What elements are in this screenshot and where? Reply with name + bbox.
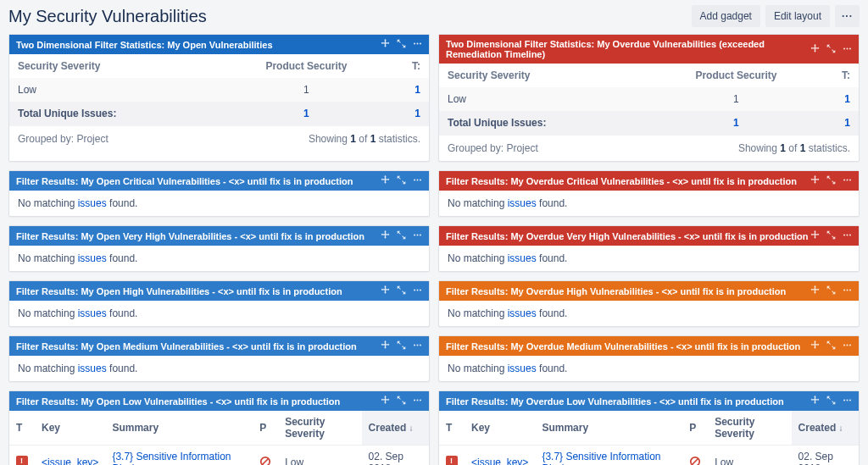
move-icon[interactable] xyxy=(381,175,390,186)
col-created[interactable]: Created ↓ xyxy=(362,411,429,446)
no-results: No matching issues found. xyxy=(439,191,859,216)
expand-icon[interactable] xyxy=(826,230,836,241)
gadget-menu-icon[interactable] xyxy=(413,285,422,296)
sort-desc-icon: ↓ xyxy=(409,423,414,433)
issues-link[interactable]: issues xyxy=(508,363,537,374)
move-icon[interactable] xyxy=(381,340,390,352)
col-priority[interactable]: P xyxy=(682,411,708,446)
col-priority[interactable]: P xyxy=(253,411,278,446)
issues-link[interactable]: issues xyxy=(78,252,107,264)
expand-icon[interactable] xyxy=(826,44,836,55)
issues-table: T Key Summary P Security Severity Create… xyxy=(439,411,859,465)
move-icon[interactable] xyxy=(381,39,390,50)
gadget-menu-icon[interactable] xyxy=(843,230,852,241)
more-actions-button[interactable]: ··· xyxy=(835,5,860,27)
gadget-title: Filter Results: My Open Medium Vulnerabi… xyxy=(16,341,357,352)
severity-value: Low xyxy=(278,446,361,466)
col-prodsec: Product Security xyxy=(648,64,825,87)
table-row[interactable]: <issue_key> {3.7} Sensitive Information … xyxy=(439,446,859,466)
expand-icon[interactable] xyxy=(397,285,406,296)
issues-link[interactable]: issues xyxy=(508,197,537,209)
no-results: No matching issues found. xyxy=(439,301,859,326)
issues-link[interactable]: issues xyxy=(78,363,107,374)
page-title: My Security Vulnerabilities xyxy=(8,7,207,26)
gadget-menu-icon[interactable] xyxy=(413,175,422,186)
issues-link[interactable]: issues xyxy=(78,307,107,319)
col-t: T: xyxy=(395,54,429,78)
gadget-open-low: Filter Results: My Open Low Vulnerabilit… xyxy=(8,390,430,465)
gadget-menu-icon[interactable] xyxy=(843,175,852,186)
col-sev: Security Severity xyxy=(439,64,648,87)
expand-icon[interactable] xyxy=(397,396,406,407)
expand-icon[interactable] xyxy=(397,340,406,352)
col-created[interactable]: Created ↓ xyxy=(792,411,859,446)
move-icon[interactable] xyxy=(810,340,820,352)
gadget-menu-icon[interactable] xyxy=(843,285,852,296)
created-value: 02. Sep 2018 xyxy=(792,446,859,466)
gadget-title: Filter Results: My Overdue Critical Vuln… xyxy=(446,176,797,186)
no-results: No matching issues found. xyxy=(9,246,429,271)
issue-key-link[interactable]: <issue_key> xyxy=(42,457,98,465)
move-icon[interactable] xyxy=(381,230,390,241)
gadget-open-medium: Filter Results: My Open Medium Vulnerabi… xyxy=(8,335,430,382)
issues-table: T Key Summary P Security Severity Create… xyxy=(9,411,429,465)
no-results: No matching issues found. xyxy=(9,301,429,326)
expand-icon[interactable] xyxy=(826,396,836,407)
expand-icon[interactable] xyxy=(826,340,836,352)
gadget-title: Filter Results: My Overdue Medium Vulner… xyxy=(446,341,800,352)
col-sev[interactable]: Security Severity xyxy=(708,411,791,446)
col-type[interactable]: T xyxy=(9,411,35,446)
issue-summary-link[interactable]: {3.7} Sensitive Information Disclosure xyxy=(112,451,231,465)
col-sev: Security Severity xyxy=(9,54,218,78)
table-row[interactable]: <issue_key> {3.7} Sensitive Information … xyxy=(9,446,429,466)
gadget-title: Filter Results: My Overdue High Vulnerab… xyxy=(446,286,786,296)
edit-layout-button[interactable]: Edit layout xyxy=(765,5,830,27)
col-sev[interactable]: Security Severity xyxy=(278,411,361,446)
gadget-menu-icon[interactable] xyxy=(413,230,422,241)
row-total: Total Unique Issues: 1 1 xyxy=(439,111,859,135)
col-summary[interactable]: Summary xyxy=(535,411,682,446)
move-icon[interactable] xyxy=(810,175,820,186)
gadget-overdue-low: Filter Results: My Overdue Low Vulnerabi… xyxy=(438,390,860,465)
grouped-by: Grouped by: Project xyxy=(18,133,108,145)
issues-link[interactable]: issues xyxy=(508,307,537,319)
showing-count: Showing 1 of 1 statistics. xyxy=(738,142,850,154)
gadget-menu-icon[interactable] xyxy=(413,396,422,407)
move-icon[interactable] xyxy=(810,396,820,407)
gadget-title: Filter Results: My Overdue Very High Vul… xyxy=(446,231,808,241)
expand-icon[interactable] xyxy=(397,39,406,50)
gadget-menu-icon[interactable] xyxy=(843,396,852,407)
col-type[interactable]: T xyxy=(439,411,465,446)
gadget-title: Filter Results: My Open Low Vulnerabilit… xyxy=(16,396,340,407)
gadget-menu-icon[interactable] xyxy=(843,340,852,352)
sort-desc-icon: ↓ xyxy=(839,423,843,433)
col-key[interactable]: Key xyxy=(465,411,535,446)
gadget-menu-icon[interactable] xyxy=(413,340,422,352)
issue-key-link[interactable]: <issue_key> xyxy=(471,457,528,465)
add-gadget-button[interactable]: Add gadget xyxy=(692,5,760,27)
expand-icon[interactable] xyxy=(397,175,406,186)
expand-icon[interactable] xyxy=(397,230,406,241)
col-summary[interactable]: Summary xyxy=(105,411,253,446)
issue-summary-link[interactable]: {3.7} Sensitive Information Disclosure xyxy=(542,451,660,465)
col-key[interactable]: Key xyxy=(35,411,105,446)
showing-count: Showing 1 of 1 statistics. xyxy=(309,133,420,145)
col-prodsec: Product Security xyxy=(218,54,395,78)
issues-link[interactable]: issues xyxy=(78,197,107,209)
gadget-menu-icon[interactable] xyxy=(843,44,852,55)
gadget-title: Filter Results: My Open Very High Vulner… xyxy=(16,231,364,241)
move-icon[interactable] xyxy=(381,285,390,296)
move-icon[interactable] xyxy=(810,285,820,296)
created-value: 02. Sep 2018 xyxy=(362,446,429,466)
expand-icon[interactable] xyxy=(826,175,836,186)
move-icon[interactable] xyxy=(810,44,820,55)
move-icon[interactable] xyxy=(810,230,820,241)
gadget-title: Filter Results: My Open Critical Vulnera… xyxy=(16,176,353,186)
gadget-menu-icon[interactable] xyxy=(413,39,422,50)
gadget-overdue-veryhigh: Filter Results: My Overdue Very High Vul… xyxy=(438,225,860,272)
no-results: No matching issues found. xyxy=(439,246,859,271)
expand-icon[interactable] xyxy=(826,285,836,296)
move-icon[interactable] xyxy=(381,396,390,407)
issues-link[interactable]: issues xyxy=(508,252,537,264)
no-results: No matching issues found. xyxy=(439,356,859,381)
